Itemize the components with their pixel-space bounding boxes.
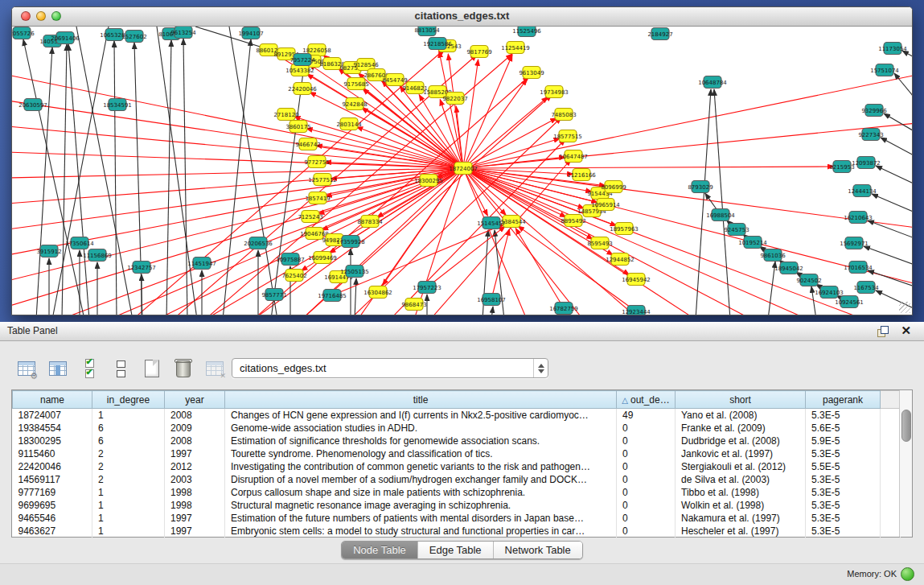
table-cell[interactable]: 5.5E-5 bbox=[806, 460, 881, 473]
table-cell[interactable]: Nakamura et al. (1997) bbox=[676, 512, 806, 525]
table-cell[interactable]: 9777169 bbox=[13, 486, 92, 499]
scrollbar-thumb[interactable] bbox=[901, 410, 911, 442]
table-cell[interactable]: 1 bbox=[92, 409, 165, 422]
tab-edge-table[interactable]: Edge Table bbox=[418, 542, 494, 558]
table-cell[interactable]: 2012 bbox=[165, 460, 225, 473]
table-cell[interactable]: Tourette syndrome. Phenomenology and cla… bbox=[225, 447, 617, 460]
table-row[interactable]: 1938455462009Genome-wide association stu… bbox=[13, 422, 901, 435]
table-options-button[interactable]: ⚙ bbox=[16, 358, 37, 379]
table-cell[interactable]: 9463627 bbox=[13, 525, 92, 538]
table-cell[interactable]: 1 bbox=[92, 512, 165, 525]
table-cell[interactable]: 5.3E-5 bbox=[806, 473, 881, 486]
table-cell[interactable]: Jankovic et al. (1997) bbox=[676, 447, 806, 460]
table-cell[interactable]: 18300295 bbox=[13, 435, 92, 447]
table-cell[interactable]: 0 bbox=[617, 422, 676, 435]
table-cell[interactable]: Estimation of significance thresholds fo… bbox=[225, 435, 617, 447]
table-cell[interactable]: 19384554 bbox=[13, 422, 92, 435]
table-row[interactable]: 977716911998Corpus callosum shape and si… bbox=[13, 486, 901, 499]
delete-column-button[interactable] bbox=[173, 358, 194, 379]
table-cell[interactable]: de Silva et al. (2003) bbox=[676, 473, 806, 486]
table-cell[interactable]: Disruption of a novel member of a sodium… bbox=[225, 473, 617, 486]
table-row[interactable]: 1872400712008Changes of HCN gene express… bbox=[13, 409, 901, 422]
table-cell[interactable]: Tibbo et al. (1998) bbox=[676, 486, 806, 499]
table-cell[interactable]: 0 bbox=[617, 499, 676, 512]
table-cell[interactable]: 2 bbox=[92, 473, 165, 486]
table-cell[interactable]: 1997 bbox=[165, 525, 225, 538]
table-cell[interactable]: 1997 bbox=[165, 447, 225, 460]
network-window[interactable]: citations_edges.txt 18724007886012389129… bbox=[11, 6, 913, 315]
table-cell[interactable]: 18724007 bbox=[13, 409, 92, 422]
table-cell[interactable]: Embryonic stem cells: a model to study s… bbox=[225, 525, 617, 538]
table-row[interactable]: 1830029562008Estimation of significance … bbox=[13, 435, 901, 447]
table-cell[interactable]: 5.3E-5 bbox=[806, 512, 881, 525]
minimize-window-button[interactable] bbox=[36, 11, 46, 21]
column-header-title[interactable]: title bbox=[225, 391, 617, 409]
table-cell[interactable]: 1 bbox=[92, 486, 165, 499]
table-cell[interactable]: 5.3E-5 bbox=[806, 447, 881, 460]
table-cell[interactable]: 5.3E-5 bbox=[806, 486, 881, 499]
zoom-window-button[interactable] bbox=[51, 11, 61, 21]
network-window-titlebar[interactable]: citations_edges.txt bbox=[12, 7, 912, 27]
table-selector-dropdown[interactable]: citations_edges.txt bbox=[232, 358, 548, 378]
table-cell[interactable]: 0 bbox=[617, 473, 676, 486]
table-cell[interactable]: 2 bbox=[92, 447, 165, 460]
table-cell[interactable]: 5.3E-5 bbox=[806, 409, 881, 422]
float-panel-icon[interactable] bbox=[877, 326, 889, 337]
table-cell[interactable]: 22420046 bbox=[13, 460, 92, 473]
table-row[interactable]: 911546021997Tourette syndrome. Phenomeno… bbox=[13, 447, 901, 460]
column-header-in_degree[interactable]: in_degree bbox=[92, 391, 165, 409]
table-cell[interactable]: 49 bbox=[617, 409, 676, 422]
table-cell[interactable]: 1 bbox=[92, 525, 165, 538]
table-cell[interactable]: 0 bbox=[617, 460, 676, 473]
tab-network-table[interactable]: Network Table bbox=[494, 542, 582, 558]
table-cell[interactable]: Investigating the contribution of common… bbox=[225, 460, 617, 473]
table-cell[interactable]: Genome-wide association studies in ADHD. bbox=[225, 422, 617, 435]
table-cell[interactable]: Corpus callosum shape and size in male p… bbox=[225, 486, 617, 499]
unselect-all-columns-button[interactable] bbox=[110, 358, 131, 379]
table-cell[interactable]: 14569117 bbox=[13, 473, 92, 486]
column-header-out_de[interactable]: △out_de… bbox=[617, 391, 676, 409]
create-column-button[interactable] bbox=[142, 358, 162, 379]
table-cell[interactable]: 0 bbox=[617, 435, 676, 447]
column-header-pagerank[interactable]: pagerank bbox=[806, 391, 881, 409]
table-cell[interactable]: Stergiakouli et al. (2012) bbox=[676, 460, 806, 473]
close-panel-icon[interactable]: ✕ bbox=[901, 323, 911, 338]
column-header-name[interactable]: name bbox=[13, 391, 92, 409]
table-cell[interactable]: 0 bbox=[617, 447, 676, 460]
table-cell[interactable]: 9465546 bbox=[13, 512, 92, 525]
table-row[interactable]: 2242004622012Investigating the contribut… bbox=[13, 460, 901, 473]
show-columns-button[interactable] bbox=[47, 358, 68, 379]
table-cell[interactable]: Dudbridge et al. (2008) bbox=[676, 435, 806, 447]
table-cell[interactable]: 9699695 bbox=[13, 499, 92, 512]
table-cell[interactable]: Franke et al. (2009) bbox=[676, 422, 806, 435]
table-cell[interactable]: 0 bbox=[617, 525, 676, 538]
table-cell[interactable]: Hescheler et al. (1997) bbox=[676, 525, 806, 538]
table-cell[interactable]: 1998 bbox=[165, 499, 225, 512]
close-window-button[interactable] bbox=[21, 11, 31, 21]
table-cell[interactable]: 1 bbox=[92, 499, 165, 512]
select-all-columns-button[interactable] bbox=[79, 358, 100, 379]
vertical-scrollbar[interactable] bbox=[899, 390, 912, 537]
table-cell[interactable]: 2008 bbox=[165, 409, 225, 422]
table-cell[interactable]: 1997 bbox=[165, 512, 225, 525]
network-graph[interactable]: 1872400788601238912954182260589827509105… bbox=[12, 27, 912, 315]
table-cell[interactable]: 2009 bbox=[165, 422, 225, 435]
table-cell[interactable]: Wolkin et al. (1998) bbox=[676, 499, 806, 512]
table-cell[interactable]: 2008 bbox=[165, 435, 225, 447]
table-row[interactable]: 1456911722003Disruption of a novel membe… bbox=[13, 473, 901, 486]
network-canvas[interactable]: 1872400788601238912954182260589827509105… bbox=[12, 27, 912, 315]
tab-node-table[interactable]: Node Table bbox=[342, 542, 418, 558]
table-row[interactable]: 969969511998Structural magnetic resonanc… bbox=[13, 499, 901, 512]
table-cell[interactable]: Changes of HCN gene expression and I(f) … bbox=[225, 409, 617, 422]
table-row[interactable]: 946362711997Embryonic stem cells: a mode… bbox=[13, 525, 901, 538]
table-cell[interactable]: 0 bbox=[617, 486, 676, 499]
column-header-short[interactable]: short bbox=[676, 391, 806, 409]
table-cell[interactable]: Estimation of the future numbers of pati… bbox=[225, 512, 617, 525]
window-resize-grip[interactable] bbox=[899, 302, 910, 313]
table-cell[interactable]: Yano et al. (2008) bbox=[676, 409, 806, 422]
table-cell[interactable]: 5.6E-5 bbox=[806, 422, 881, 435]
column-header-year[interactable]: year bbox=[165, 391, 225, 409]
table-cell[interactable]: 9115460 bbox=[13, 447, 92, 460]
table-cell[interactable]: 6 bbox=[92, 422, 165, 435]
table-cell[interactable]: 0 bbox=[617, 512, 676, 525]
